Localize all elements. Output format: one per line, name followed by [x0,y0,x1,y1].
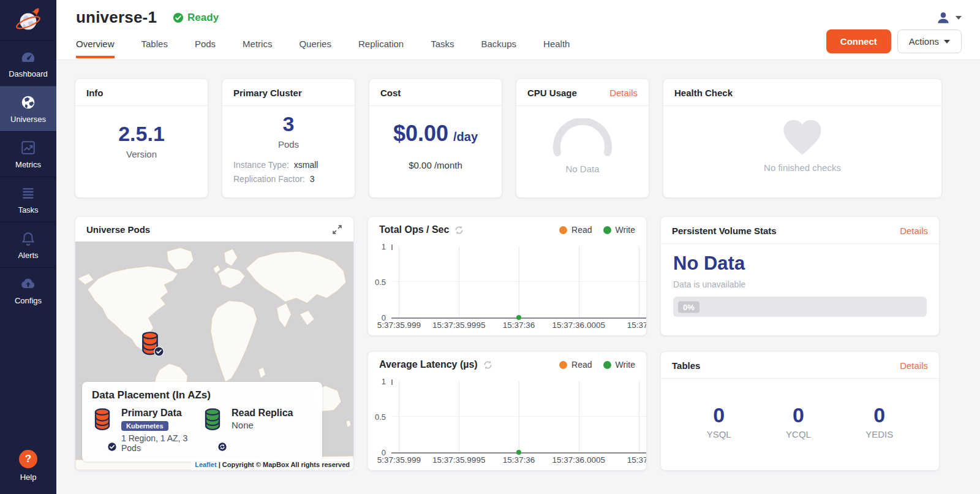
primary-data-map-marker[interactable] [139,331,164,358]
yugabyte-logo[interactable] [0,0,56,40]
heart-icon [781,117,824,156]
data-placement-panel: Data Placement (In AZs) [82,382,322,462]
tab-backups[interactable]: Backups [481,31,517,58]
status-badge: Ready [173,12,219,24]
planet-rocket-logo-icon [14,6,42,34]
version-caption: Version [75,149,208,159]
average-latency-chart-card: Average Latency (µs) Read Write [368,351,647,471]
tab-bar: Overview Tables Pods Metrics Queries Rep… [76,29,962,59]
expand-icon[interactable] [332,224,342,235]
tab-overview[interactable]: Overview [76,31,115,58]
sidebar-item-label: Alerts [18,251,38,260]
primary-data-label: Primary Data [121,408,202,419]
sidebar-item-universes[interactable]: Universes [0,86,56,131]
sidebar-item-tasks[interactable]: Tasks [0,177,56,222]
world-map[interactable]: Data Placement (In AZs) [75,241,353,470]
legend-write[interactable]: Write [603,360,635,370]
cost-per-day: $0.00 [393,121,448,146]
tab-tables[interactable]: Tables [141,31,168,58]
refresh-icon[interactable] [483,360,492,370]
sidebar-item-alerts[interactable]: Alerts [0,222,56,267]
volume-progress-bar: 0% [673,297,927,317]
universe-pods-card: Universe Pods [75,216,354,471]
user-menu[interactable] [935,10,962,26]
cost-unit: /day [453,130,478,143]
globe-icon [20,94,36,110]
total-ops-chart-card: Total Ops / Sec Read Write [368,216,647,336]
cpu-details-link[interactable]: Details [609,88,638,98]
refresh-icon[interactable] [454,226,464,235]
check-badge-icon [154,346,164,357]
sidebar-item-label: Help [20,473,37,482]
ycql-count: 0 YCQL [786,403,811,439]
sidebar-item-label: Configs [15,296,42,305]
tab-queries[interactable]: Queries [299,31,331,58]
read-replica-detail: None [232,420,293,430]
primary-cluster-card: Primary Cluster 3 Pods Instance Type:xsm… [222,78,355,198]
tab-metrics[interactable]: Metrics [243,31,272,58]
chevron-down-icon [944,40,950,44]
card-title: Tables [672,360,700,371]
card-title: Persistent Volume Stats [672,226,777,236]
chart-x-axis: 5:37:35.99915:37:35.999515:37:3615:37:36… [391,454,646,467]
copyright-text: | Copyright © MapBox All rights reserved [219,461,350,468]
tables-card: Tables Details 0 YSQL 0 YCQL 0 [660,351,940,471]
card-title: Info [86,88,104,98]
tables-details-link[interactable]: Details [900,360,928,371]
kubernetes-badge: Kubernetes [121,421,168,431]
volume-details-link[interactable]: Details [900,226,928,236]
database-icon [202,408,223,431]
replication-factor-row: Replication Factor:3 [233,174,344,184]
database-icon [92,408,113,431]
sidebar-item-label: Tasks [18,205,38,215]
question-icon: ? [19,450,37,468]
read-replica-legend: Read Replica None [202,408,312,453]
info-card: Info 2.5.1 Version [75,78,208,198]
instance-type-row: Instance Type:xsmall [233,160,344,170]
app-window: Dashboard Universes Metrics Tasks [0,0,980,494]
page-title: universe-1 [76,8,157,27]
legend-write[interactable]: Write [603,225,635,235]
pods-count: 3 [222,112,355,136]
read-dot-icon [559,361,567,369]
version-value: 2.5.1 [75,122,208,146]
check-circle-icon [173,12,184,23]
main-area: universe-1 Ready Overview Tabl [56,0,980,494]
yedis-count: 0 YEDIS [865,403,893,439]
sidebar-item-metrics[interactable]: Metrics [0,131,56,177]
read-dot-icon [559,226,567,234]
legend-read[interactable]: Read [559,360,592,370]
cost-per-month: $0.00 /month [369,160,502,170]
cloud-upload-icon [20,276,36,292]
chart-title: Total Ops / Sec [379,224,449,235]
primary-data-detail: 1 Region, 1 AZ, 3 Pods [121,433,202,453]
sidebar-item-dashboard[interactable]: Dashboard [0,40,56,86]
tab-tasks[interactable]: Tasks [431,31,454,58]
health-check-card: Health Check No finished checks [663,78,942,198]
connect-button[interactable]: Connect [826,29,891,53]
pods-caption: Pods [222,139,355,150]
sidebar-item-configs[interactable]: Configs [0,267,56,313]
tab-pods[interactable]: Pods [195,31,216,58]
tab-replication[interactable]: Replication [358,31,404,58]
cpu-usage-card: CPU Usage Details No Data [516,78,649,198]
write-dot-icon [603,361,611,369]
health-empty-text: No finished checks [663,162,941,173]
actions-button[interactable]: Actions [897,29,962,53]
leaflet-link[interactable]: Leaflet [195,461,216,468]
ysql-count: 0 YSQL [707,403,731,439]
volume-no-data: No Data [673,253,927,275]
volume-subtitle: Data is unavailable [673,279,927,289]
legend-read[interactable]: Read [559,225,592,235]
tab-health[interactable]: Health [543,31,570,58]
sidebar-item-help[interactable]: ? Help [0,443,56,494]
sidebar-spacer [0,313,56,443]
map-attribution: Leaflet | Copyright © MapBox All rights … [191,459,353,470]
user-icon [935,10,951,26]
sidebar-item-label: Universes [10,115,46,124]
list-icon [20,185,36,201]
cost-card: Cost $0.00/day $0.00 /month [369,78,502,198]
chevron-down-icon [956,16,962,20]
data-placement-title: Data Placement (In AZs) [92,389,312,401]
chart-x-axis: 5:37:35.99915:37:35.999515:37:3615:37:36… [391,319,646,332]
